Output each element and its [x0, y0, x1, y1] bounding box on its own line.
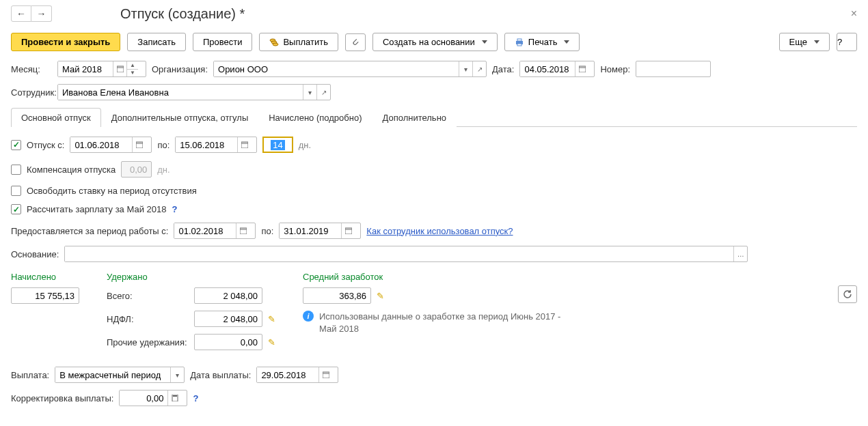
org-input[interactable] — [214, 61, 459, 76]
tab-extra-vacation[interactable]: Дополнительные отпуска, отгулы — [101, 108, 259, 127]
help-icon[interactable]: ? — [172, 204, 177, 214]
compensation-input — [121, 161, 152, 178]
days-count-box: 14 — [262, 137, 293, 153]
calendar-icon[interactable] — [341, 223, 355, 238]
total-input[interactable] — [194, 287, 262, 304]
number-label: Номер: — [600, 64, 630, 74]
compensation-label: Компенсация отпуска — [27, 165, 116, 175]
open-icon[interactable]: ↗ — [472, 61, 486, 76]
calendar-icon[interactable] — [113, 61, 126, 76]
nav-forward-button[interactable]: → — [31, 5, 52, 22]
svg-point-2 — [273, 43, 278, 46]
svg-rect-18 — [323, 372, 329, 378]
withheld-header: Удержано — [107, 272, 275, 282]
calendar-icon[interactable] — [575, 61, 588, 76]
correction-input[interactable] — [120, 390, 167, 406]
page-title: Отпуск (создание) * — [120, 6, 245, 22]
svg-rect-6 — [117, 66, 124, 72]
post-and-close-button[interactable]: Провести и закрыть — [11, 33, 120, 51]
correction-label: Корректировка выплаты: — [11, 393, 113, 403]
free-position-checkbox[interactable] — [11, 186, 21, 196]
vacation-to-input[interactable] — [176, 137, 237, 152]
calendar-icon[interactable] — [132, 137, 146, 152]
pencil-icon[interactable]: ✎ — [268, 314, 275, 324]
nav-back-button[interactable]: ← — [11, 5, 31, 22]
other-input[interactable] — [194, 334, 262, 350]
close-button[interactable]: × — [851, 8, 857, 20]
attach-button[interactable] — [345, 33, 366, 51]
dropdown-icon[interactable]: ▾ — [170, 367, 184, 382]
days-label: дн. — [299, 140, 311, 150]
svg-rect-4 — [517, 39, 521, 41]
svg-rect-10 — [136, 142, 143, 148]
info-icon: i — [303, 311, 314, 322]
svg-rect-21 — [173, 395, 177, 397]
pencil-icon[interactable]: ✎ — [268, 337, 275, 347]
calculator-icon[interactable] — [167, 390, 181, 406]
calendar-icon[interactable] — [237, 137, 251, 152]
compensation-checkbox[interactable] — [11, 165, 21, 175]
tab-main-vacation[interactable]: Основной отпуск — [11, 108, 101, 127]
period-to-label: по: — [261, 226, 273, 236]
vacation-usage-link[interactable]: Как сотрудник использовал отпуск? — [366, 226, 513, 236]
period-from-input[interactable] — [174, 223, 236, 238]
basis-label: Основание: — [11, 249, 59, 259]
create-from-button[interactable]: Создать на основании — [372, 33, 498, 51]
ndfl-input[interactable] — [194, 311, 262, 327]
vacation-to-label: по: — [157, 140, 169, 150]
post-button[interactable]: Провести — [193, 33, 253, 51]
save-button[interactable]: Записать — [127, 33, 186, 51]
date-label: Дата: — [492, 64, 514, 74]
month-down-button[interactable]: ▼ — [127, 69, 138, 76]
svg-rect-5 — [517, 44, 521, 46]
print-button[interactable]: Печать — [504, 33, 580, 51]
accrued-input[interactable] — [11, 287, 79, 304]
payout-date-input[interactable] — [257, 367, 318, 382]
dropdown-icon[interactable]: ▾ — [459, 61, 472, 76]
period-to-input[interactable] — [280, 223, 341, 238]
basis-input[interactable] — [65, 246, 733, 261]
period-label: Предоставляется за период работы с: — [11, 226, 168, 236]
total-label: Всего: — [107, 291, 189, 301]
calendar-icon[interactable] — [236, 223, 249, 238]
employee-input[interactable] — [58, 85, 303, 100]
vacation-checkbox[interactable] — [11, 140, 21, 150]
vacation-from-input[interactable] — [70, 137, 132, 152]
pay-button[interactable]: Выплатить — [259, 33, 338, 51]
svg-rect-8 — [579, 66, 586, 72]
svg-rect-12 — [241, 142, 248, 148]
days-value: 14 — [271, 140, 284, 150]
month-up-button[interactable]: ▲ — [127, 61, 138, 69]
svg-rect-16 — [345, 228, 352, 234]
payout-select[interactable] — [55, 367, 170, 382]
help-icon[interactable]: ? — [193, 393, 198, 403]
payout-date-label: Дата выплаты: — [190, 370, 251, 380]
ellipsis-button[interactable]: … — [733, 246, 747, 261]
more-button[interactable]: Еще — [779, 33, 830, 51]
number-input[interactable] — [636, 61, 711, 77]
calendar-icon[interactable] — [318, 367, 332, 382]
open-icon[interactable]: ↗ — [316, 85, 330, 100]
org-label: Организация: — [152, 64, 208, 74]
tab-additional[interactable]: Дополнительно — [372, 108, 457, 127]
employee-label: Сотрудник: — [11, 87, 52, 98]
avg-input[interactable] — [303, 287, 371, 304]
ndfl-label: НДФЛ: — [107, 314, 189, 324]
printer-icon — [515, 38, 524, 47]
date-input[interactable] — [520, 61, 575, 76]
dropdown-icon[interactable]: ▾ — [303, 85, 316, 100]
svg-rect-14 — [240, 228, 247, 234]
free-position-label: Освободить ставку на период отсутствия — [27, 186, 197, 196]
vacation-from-label: Отпуск с: — [27, 140, 64, 150]
help-button[interactable]: ? — [837, 33, 857, 51]
calc-salary-checkbox[interactable] — [11, 204, 21, 214]
pencil-icon[interactable]: ✎ — [377, 291, 384, 301]
calc-salary-label: Рассчитать зарплату за Май 2018 — [27, 204, 166, 214]
avg-header: Средний заработок — [303, 272, 579, 282]
refresh-button[interactable] — [838, 285, 857, 303]
compensation-days-label: дн. — [157, 165, 169, 175]
tab-accrued-detail[interactable]: Начислено (подробно) — [258, 108, 372, 127]
month-input[interactable] — [58, 61, 113, 76]
avg-info-text: Использованы данные о заработке за перио… — [319, 311, 579, 335]
other-label: Прочие удержания: — [107, 337, 189, 347]
